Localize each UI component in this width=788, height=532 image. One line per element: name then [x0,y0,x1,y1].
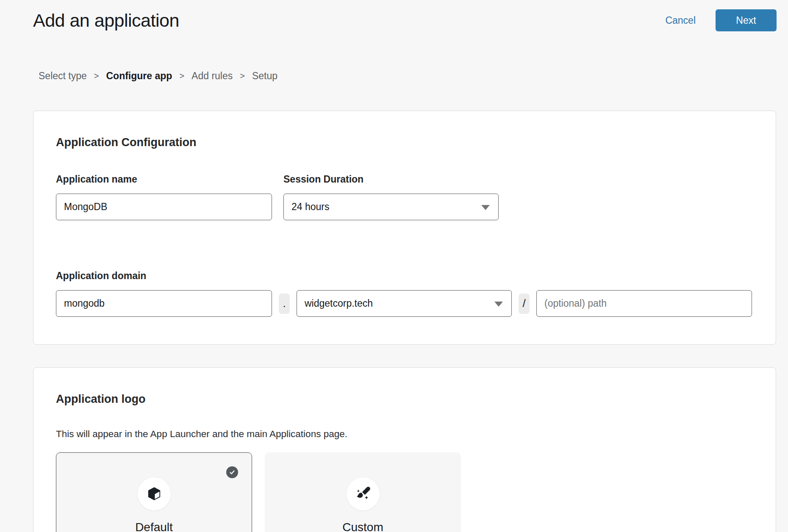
breadcrumb: Select type > Configure app > Add rules … [39,70,788,82]
application-logo-description: This will appear in the App Launcher and… [56,429,753,440]
application-logo-card: Application logo This will appear in the… [33,367,776,532]
application-configuration-heading: Application Configuration [56,136,753,149]
step-configure-app[interactable]: Configure app [106,70,172,82]
cancel-button[interactable]: Cancel [665,15,696,26]
chevron-down-icon [494,302,503,307]
breadcrumb-separator: > [240,71,245,81]
domain-select[interactable]: widgetcorp.tech [297,290,512,317]
breadcrumb-separator: > [179,71,184,81]
breadcrumb-separator: > [94,71,99,81]
session-duration-value: 24 hours [291,201,330,213]
application-logo-heading: Application logo [56,393,753,406]
step-select-type[interactable]: Select type [39,70,87,82]
subdomain-input[interactable] [56,290,272,317]
application-name-input[interactable] [56,194,272,220]
default-logo-circle [138,477,171,510]
next-button[interactable]: Next [716,9,777,31]
check-icon [229,469,236,476]
logo-option-tiles: Default Custom [56,452,753,532]
page-header: Add an application Cancel Next [0,0,788,31]
application-configuration-card: Application Configuration Application na… [33,111,776,345]
step-add-rules[interactable]: Add rules [191,70,233,82]
application-domain-row: . widgetcorp.tech / [56,290,753,317]
application-domain-label: Application domain [56,270,753,282]
logo-option-custom[interactable]: Custom [265,452,461,532]
selected-check-badge [226,466,238,478]
dot-separator-badge: . [279,294,290,314]
session-duration-label: Session Duration [283,174,499,185]
slash-separator-badge: / [519,294,530,314]
logo-option-label: Custom [342,521,383,532]
custom-logo-circle [347,477,380,510]
cube-icon [146,485,163,502]
domain-value: widgetcorp.tech [305,298,373,309]
page-title: Add an application [33,10,179,31]
logo-option-label: Default [135,521,173,532]
paintbrush-icon [354,485,372,503]
logo-option-default[interactable]: Default [56,452,252,532]
application-name-label: Application name [56,174,272,185]
header-actions: Cancel Next [665,9,777,31]
session-duration-select[interactable]: 24 hours [283,194,499,220]
step-setup[interactable]: Setup [252,70,277,82]
chevron-down-icon [481,205,490,210]
path-input[interactable] [536,290,752,317]
